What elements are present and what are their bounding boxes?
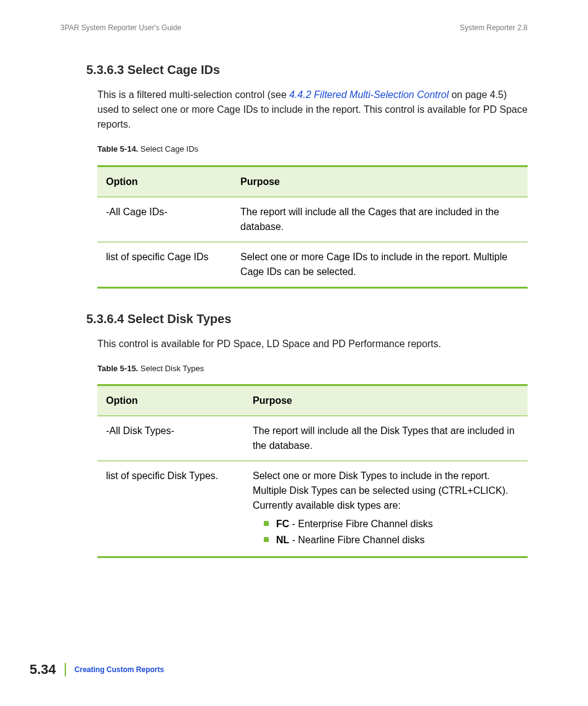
header-left: 3PAR System Reporter User's Guide (60, 22, 181, 33)
chapter-title: Creating Custom Reports (66, 664, 164, 675)
running-header: 3PAR System Reporter User's Guide System… (59, 22, 529, 33)
th-purpose: Purpose (232, 166, 528, 197)
disk-type-list: FC - Enterprise Fibre Channel disks NL -… (253, 517, 519, 548)
cell-option: list of specific Disk Types. (97, 461, 244, 557)
table-caption-5-15: Table 5-15. Select Disk Types (97, 363, 529, 375)
cell-purpose: Select one or more Disk Types to include… (244, 461, 528, 557)
para-cage-ids: This is a filtered multi-selection contr… (86, 88, 529, 132)
cell-purpose: The report will include all the Disk Typ… (244, 416, 528, 461)
th-purpose: Purpose (244, 385, 528, 416)
header-right: System Reporter 2.8 (460, 22, 528, 33)
th-option: Option (97, 385, 244, 416)
list-item: NL - Nearline Fibre Channel disks (264, 533, 519, 548)
content: 5.3.6.3 Select Cage IDs This is a filter… (59, 60, 529, 558)
table-select-cage-ids: Option Purpose -All Cage IDs- The report… (97, 165, 528, 289)
table-row: list of specific Cage IDs Select one or … (97, 242, 528, 287)
xref-filtered-multi-selection[interactable]: 4.4.2 Filtered Multi-Selection Control (289, 89, 449, 100)
cell-option: -All Disk Types- (97, 416, 244, 461)
cell-purpose: The report will include all the Cages th… (232, 197, 528, 242)
caption-text-value: Select Disk Types (141, 364, 204, 373)
heading-select-cage-ids: 5.3.6.3 Select Cage IDs (86, 60, 529, 79)
table-header-row: Option Purpose (97, 385, 528, 416)
text-pre-link: This is a filtered multi-selection contr… (97, 89, 289, 100)
page-footer: 5.34 Creating Custom Reports (30, 663, 164, 676)
table-select-disk-types: Option Purpose -All Disk Types- The repo… (97, 384, 528, 558)
heading-select-disk-types: 5.3.6.4 Select Disk Types (86, 310, 529, 328)
purpose-intro: Select one or more Disk Types to include… (253, 470, 508, 511)
cell-purpose: Select one or more Cage IDs to include i… (232, 242, 528, 287)
table-caption-5-14: Table 5-14. Select Cage IDs (97, 143, 529, 155)
page-container: 3PAR System Reporter User's Guide System… (0, 0, 588, 706)
caption-label: Table 5-15. (97, 364, 138, 373)
caption-text-value: Select Cage IDs (141, 144, 198, 154)
table-row: list of specific Disk Types. Select one … (97, 461, 528, 557)
page-number: 5.34 (30, 663, 66, 676)
disk-type-desc: - Nearline Fibre Channel disks (289, 535, 425, 545)
table-header-row: Option Purpose (97, 166, 528, 197)
cell-option: -All Cage IDs- (97, 197, 232, 242)
para-disk-types: This control is available for PD Space, … (86, 337, 529, 351)
table-row: -All Cage IDs- The report will include a… (97, 197, 528, 242)
disk-type-code: NL (276, 535, 289, 545)
th-option: Option (97, 166, 232, 197)
cell-option: list of specific Cage IDs (97, 242, 232, 287)
disk-type-desc: - Enterprise Fibre Channel disks (289, 519, 433, 529)
list-item: FC - Enterprise Fibre Channel disks (264, 517, 519, 532)
disk-type-code: FC (276, 519, 289, 529)
table-row: -All Disk Types- The report will include… (97, 416, 528, 461)
caption-label: Table 5-14. (97, 144, 138, 154)
